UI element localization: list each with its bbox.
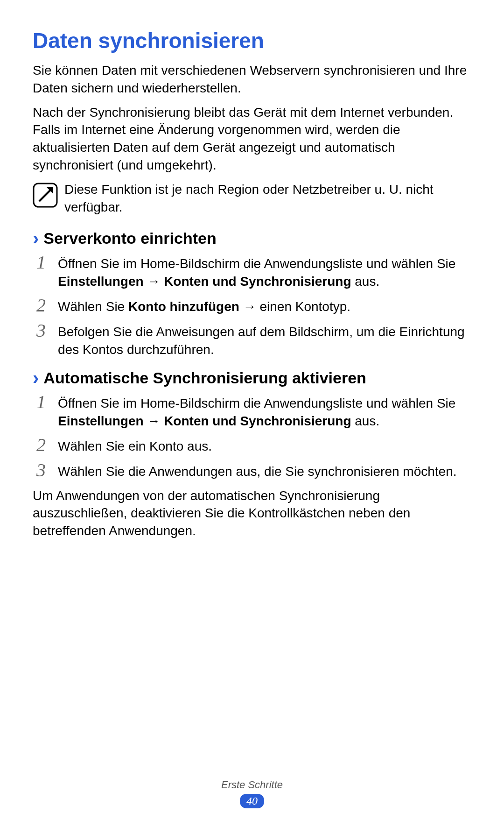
section2-heading: › Automatische Synchronisierung aktivier… [33, 368, 471, 387]
step-number: 2 [33, 435, 49, 454]
step-text: Öffnen Sie im Home-Bildschirm die Anwend… [58, 252, 471, 290]
step-number: 3 [33, 460, 49, 480]
page-footer: Erste Schritte 40 [0, 779, 504, 808]
note-block: Diese Funktion ist je nach Region oder N… [33, 181, 471, 216]
svg-line-1 [39, 189, 51, 201]
section1-heading: › Serverkonto einrichten [33, 229, 471, 247]
section1-steps: 1 Öffnen Sie im Home-Bildschirm die Anwe… [33, 252, 471, 358]
section2-title: Automatische Synchronisierung aktivieren [43, 369, 366, 387]
step-text: Öffnen Sie im Home-Bildschirm die Anwend… [58, 392, 471, 430]
intro-paragraph-1: Sie können Daten mit verschiedenen Webse… [33, 62, 471, 97]
chevron-right-icon: › [33, 229, 39, 247]
section1-title: Serverkonto einrichten [43, 229, 216, 247]
list-item: 2 Wählen Sie Konto hinzufügen → einen Ko… [33, 295, 471, 316]
step-number: 3 [33, 320, 49, 340]
closing-paragraph: Um Anwendungen von der automatischen Syn… [33, 487, 471, 540]
chevron-right-icon: › [33, 368, 39, 387]
list-item: 1 Öffnen Sie im Home-Bildschirm die Anwe… [33, 252, 471, 290]
step-number: 1 [33, 252, 49, 272]
list-item: 2 Wählen Sie ein Konto aus. [33, 435, 471, 455]
step-text: Wählen Sie ein Konto aus. [58, 435, 212, 455]
section2-steps: 1 Öffnen Sie im Home-Bildschirm die Anwe… [33, 392, 471, 480]
step-number: 2 [33, 295, 49, 315]
footer-section-label: Erste Schritte [0, 779, 504, 791]
step-number: 1 [33, 392, 49, 411]
list-item: 3 Wählen Sie die Anwendungen aus, die Si… [33, 460, 471, 481]
note-text: Diese Funktion ist je nach Region oder N… [64, 181, 471, 216]
step-text: Wählen Sie die Anwendungen aus, die Sie … [58, 460, 457, 481]
step-text: Wählen Sie Konto hinzufügen → einen Kont… [58, 295, 350, 316]
note-icon [33, 183, 58, 208]
page-content: Daten synchronisieren Sie können Daten m… [0, 0, 504, 540]
list-item: 1 Öffnen Sie im Home-Bildschirm die Anwe… [33, 392, 471, 430]
page-title: Daten synchronisieren [33, 28, 471, 53]
page-number-badge: 40 [240, 794, 264, 808]
list-item: 3 Befolgen Sie die Anweisungen auf dem B… [33, 320, 471, 359]
step-text: Befolgen Sie die Anweisungen auf dem Bil… [58, 320, 471, 359]
intro-paragraph-2: Nach der Synchronisierung bleibt das Ger… [33, 104, 471, 174]
